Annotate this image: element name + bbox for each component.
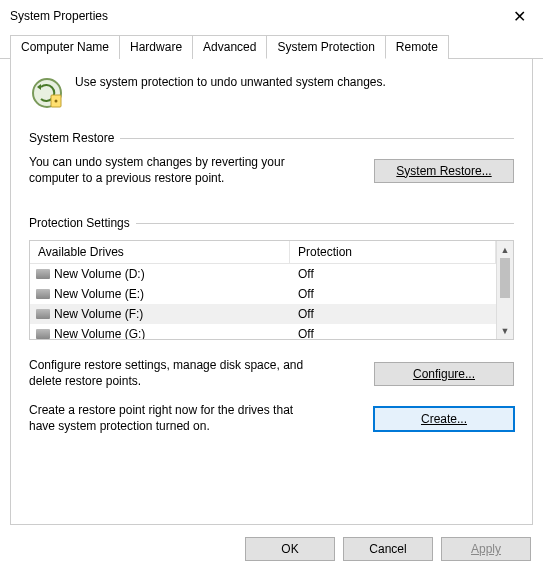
drive-icon (36, 289, 50, 299)
column-header-protection[interactable]: Protection (290, 241, 496, 264)
tab-panel: Use system protection to undo unwanted s… (10, 59, 533, 525)
column-header-drives[interactable]: Available Drives (30, 241, 290, 264)
table-row[interactable]: New Volume (F:)Off (30, 304, 496, 324)
drive-icon (36, 269, 50, 279)
table-row[interactable]: New Volume (G:)Off (30, 324, 496, 339)
drive-name: New Volume (D:) (54, 267, 145, 281)
system-restore-button[interactable]: System Restore... (374, 159, 514, 183)
drive-name: New Volume (G:) (54, 327, 145, 339)
section-protection-title: Protection Settings (29, 216, 130, 230)
create-button[interactable]: Create... (374, 407, 514, 431)
divider (120, 138, 514, 139)
drive-protection: Off (290, 267, 496, 281)
ok-button[interactable]: OK (245, 537, 335, 561)
scroll-down-icon[interactable]: ▼ (497, 322, 513, 339)
drives-table: Available Drives Protection New Volume (… (29, 240, 514, 340)
drive-icon (36, 329, 50, 339)
drive-protection: Off (290, 307, 496, 321)
tab-advanced[interactable]: Advanced (192, 35, 267, 59)
cancel-button[interactable]: Cancel (343, 537, 433, 561)
restore-desc: You can undo system changes by reverting… (29, 155, 319, 186)
drive-icon (36, 309, 50, 319)
scroll-thumb[interactable] (500, 258, 510, 298)
intro-text: Use system protection to undo unwanted s… (75, 75, 386, 89)
tab-strip: Computer Name Hardware Advanced System P… (0, 34, 543, 59)
svg-point-3 (55, 100, 58, 103)
scrollbar[interactable]: ▲ ▼ (496, 241, 513, 339)
tab-hardware[interactable]: Hardware (119, 35, 193, 59)
table-row[interactable]: New Volume (E:)Off (30, 284, 496, 304)
window-title: System Properties (10, 9, 499, 23)
create-desc: Create a restore point right now for the… (29, 403, 319, 434)
section-system-restore-title: System Restore (29, 131, 114, 145)
scroll-up-icon[interactable]: ▲ (497, 241, 513, 258)
configure-button[interactable]: Configure... (374, 362, 514, 386)
shield-icon (29, 75, 65, 111)
close-icon[interactable]: ✕ (499, 1, 539, 31)
table-row[interactable]: New Volume (D:)Off (30, 264, 496, 284)
drive-protection: Off (290, 287, 496, 301)
tab-remote[interactable]: Remote (385, 35, 449, 59)
divider (136, 223, 514, 224)
drive-name: New Volume (F:) (54, 307, 143, 321)
drive-protection: Off (290, 327, 496, 339)
configure-desc: Configure restore settings, manage disk … (29, 358, 319, 389)
apply-button[interactable]: Apply (441, 537, 531, 561)
tab-computer-name[interactable]: Computer Name (10, 35, 120, 59)
tab-system-protection[interactable]: System Protection (266, 35, 385, 59)
drive-name: New Volume (E:) (54, 287, 144, 301)
